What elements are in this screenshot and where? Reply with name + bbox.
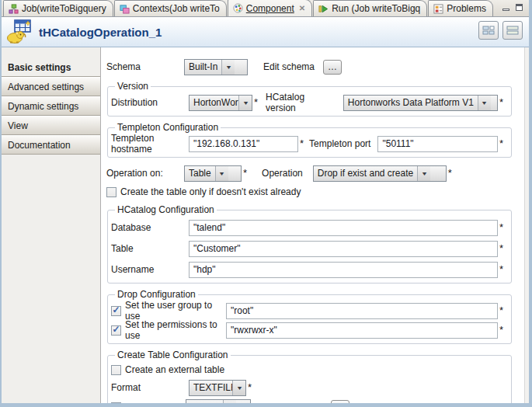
partitions-edit-schema-label: Edit schema — [273, 402, 324, 403]
schema-row: Schema Built-In Edit schema … — [106, 58, 518, 75]
permissions-input[interactable] — [226, 322, 498, 339]
component-settings-window: Job(writeToBigquery Contexts(Job writeTo… — [0, 0, 532, 407]
operation-on-combo[interactable]: Table — [184, 165, 242, 182]
templeton-hostname-input[interactable] — [189, 136, 298, 152]
tab-contexts[interactable]: Contexts(Job writeTo — [114, 0, 227, 16]
table-input[interactable] — [189, 241, 498, 257]
run-icon — [318, 4, 329, 14]
required-marker: * — [248, 384, 252, 391]
create-external-table-label: Create an external table — [125, 364, 224, 375]
templeton-port-input[interactable] — [377, 136, 497, 152]
set-permissions-label: Set the permissions to use — [125, 319, 226, 341]
create-only-checkbox-label: Create the table only if doesn't exist a… — [120, 186, 301, 197]
external-table-row: Create an external table — [111, 363, 506, 377]
operation-row: Operation on: Table * Operation Drop if … — [106, 165, 518, 182]
rows-view-button[interactable] — [502, 21, 523, 40]
sidebar-item-label: Basic settings — [8, 62, 71, 73]
create-table-configuration-legend: Create Table Configuration — [115, 350, 231, 360]
operation-on-label: Operation on: — [106, 168, 184, 179]
minimize-icon[interactable] — [501, 2, 511, 11]
drop-configuration-group: Drop Configuration Set the user group to… — [107, 289, 512, 344]
partitions-edit-schema-button[interactable]: … — [331, 400, 349, 404]
version-group: Version Distribution HortonWorks * HCata… — [107, 81, 512, 117]
sidebar-item-view[interactable]: View — [2, 116, 100, 135]
required-marker: * — [499, 245, 503, 252]
sidebar-item-label: Advanced settings — [8, 82, 84, 92]
grid-view-button[interactable] — [478, 21, 499, 40]
format-row: Format TEXTFILE * — [111, 379, 506, 396]
set-permissions-checkbox[interactable] — [111, 325, 121, 336]
vertical-scrollbar[interactable] — [524, 47, 529, 403]
set-partitions-checkbox[interactable] — [111, 402, 121, 404]
basic-settings-panel: Schema Built-In Edit schema … Version Di… — [101, 47, 529, 403]
partitions-schema-combo[interactable]: Built-In — [186, 399, 251, 404]
distribution-label: Distribution — [111, 97, 189, 108]
page-title: tHCatalogOperation_1 — [39, 26, 162, 39]
templeton-configuration-legend: Templeton Configuration — [115, 122, 221, 133]
version-legend: Version — [115, 81, 151, 92]
permissions-row: Set the permissions to use * — [111, 322, 506, 339]
sidebar-item-advanced-settings[interactable]: Advanced settings — [2, 77, 100, 96]
format-combo-value: TEXTFILE — [190, 381, 232, 395]
tab-contexts-label: Contexts(Job writeTo — [133, 3, 220, 14]
operation-combo[interactable]: Drop if exist and create — [313, 165, 447, 182]
format-combo[interactable]: TEXTFILE — [189, 380, 246, 396]
sidebar-item-documentation[interactable]: Documentation — [2, 135, 100, 155]
hcatalog-configuration-group: HCatalog Configuration Database * Table … — [107, 204, 512, 284]
edit-schema-label: Edit schema — [263, 61, 315, 72]
tab-problems[interactable]: Problems — [428, 0, 493, 16]
required-marker: * — [448, 169, 452, 177]
table-label: Table — [111, 243, 189, 254]
set-user-group-checkbox[interactable] — [111, 306, 121, 316]
username-row: Username * — [111, 261, 506, 278]
database-input[interactable] — [189, 220, 498, 236]
database-label: Database — [111, 222, 189, 233]
hcatalog-configuration-legend: HCatalog Configuration — [115, 204, 217, 215]
required-marker: * — [300, 140, 304, 148]
schema-combo[interactable]: Built-In — [184, 59, 248, 75]
contexts-icon — [120, 4, 130, 14]
required-marker: * — [254, 99, 258, 106]
window-controls — [501, 2, 529, 16]
sidebar-item-label: View — [8, 120, 28, 131]
close-icon[interactable]: ✕ — [299, 4, 305, 12]
required-marker: * — [499, 224, 503, 231]
distribution-combo[interactable]: HortonWorks — [189, 95, 252, 111]
required-marker: * — [499, 99, 503, 106]
create-only-row: Create the table only if doesn't exist a… — [106, 185, 518, 199]
operation-combo-value: Drop if exist and create — [314, 166, 417, 181]
chevron-down-icon — [223, 400, 236, 404]
sidebar-item-dynamic-settings[interactable]: Dynamic settings — [2, 96, 100, 116]
drop-configuration-legend: Drop Configuration — [115, 289, 198, 300]
hcatalog-version-combo-value: Hortonworks Data Platform V1 — [344, 96, 478, 110]
user-group-row: Set the user group to use * — [111, 302, 506, 319]
create-only-checkbox[interactable] — [106, 187, 116, 197]
sidebar-item-basic-settings[interactable]: Basic settings — [2, 57, 100, 77]
hcatalog-version-combo[interactable]: Hortonworks Data Platform V1 — [343, 95, 498, 111]
username-input[interactable] — [189, 262, 498, 278]
thcatalog-component-icon — [6, 19, 33, 44]
component-icon — [233, 3, 243, 13]
user-group-input[interactable] — [226, 303, 498, 319]
operation-on-combo-value: Table — [185, 166, 215, 181]
view-toggle-group — [478, 21, 523, 40]
chevron-down-icon — [215, 166, 228, 181]
templeton-configuration-group: Templeton Configuration Templeton hostna… — [107, 122, 512, 158]
tab-run[interactable]: Run (Job writeToBigq — [313, 0, 427, 16]
schema-combo-value: Built-In — [185, 60, 221, 75]
maximize-icon[interactable] — [514, 2, 524, 11]
component-header: tHCatalogOperation_1 — [2, 17, 529, 47]
edit-schema-button[interactable]: … — [323, 60, 342, 75]
create-external-table-checkbox[interactable] — [111, 365, 121, 375]
set-user-group-label: Set the user group to use — [125, 300, 226, 322]
job-icon — [9, 4, 19, 14]
schema-label: Schema — [106, 61, 184, 72]
required-marker: * — [499, 307, 503, 315]
sidebar-item-label: Documentation — [8, 140, 71, 151]
required-marker: * — [499, 140, 503, 148]
tab-job[interactable]: Job(writeToBigquery — [3, 0, 113, 16]
tab-component[interactable]: Component ✕ — [228, 0, 312, 16]
templeton-row: Templeton hostname * Templeton port * — [111, 135, 506, 152]
distribution-row: Distribution HortonWorks * HCatalog vers… — [111, 94, 506, 111]
chevron-down-icon — [238, 96, 252, 110]
